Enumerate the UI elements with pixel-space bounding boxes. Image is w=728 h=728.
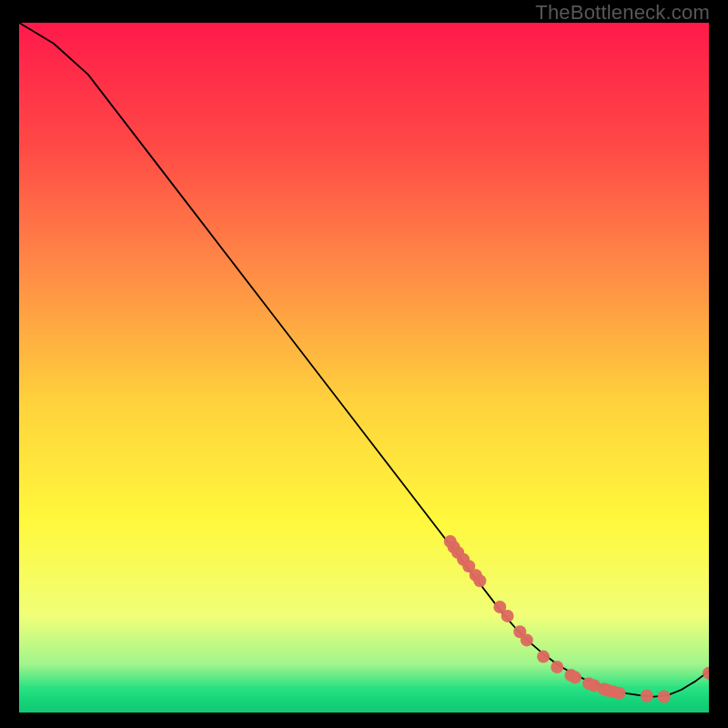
watermark-text: TheBottleneck.com bbox=[535, 1, 710, 25]
data-point bbox=[612, 687, 625, 700]
data-point bbox=[537, 651, 550, 663]
data-point bbox=[658, 691, 671, 703]
chart-frame: TheBottleneck.com bbox=[0, 0, 728, 728]
bottleneck-plot bbox=[19, 23, 709, 713]
data-point bbox=[641, 690, 653, 703]
data-point bbox=[551, 661, 563, 673]
data-point bbox=[501, 610, 514, 622]
gradient-background bbox=[19, 23, 709, 713]
svg-rect-379 bbox=[19, 711, 709, 713]
data-point bbox=[521, 633, 533, 646]
data-point bbox=[569, 671, 581, 683]
data-point bbox=[473, 574, 486, 587]
